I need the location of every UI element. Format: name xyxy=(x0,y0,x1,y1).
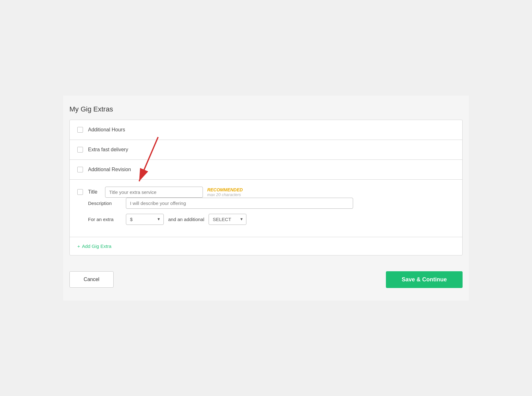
save-continue-button[interactable]: Save & Continue xyxy=(386,271,463,288)
additional-hours-label: Additional Hours xyxy=(88,127,125,133)
additional-dropdown-wrapper: SELECT 1 day 2 days 3 days ▼ xyxy=(209,214,246,225)
page-container: My Gig Extras Additional Hours Extra fas… xyxy=(63,96,469,301)
extras-container: Additional Hours Extra fast delivery Add… xyxy=(69,120,463,255)
footer-buttons: Cancel Save & Continue xyxy=(69,271,463,288)
description-input[interactable] xyxy=(126,198,353,209)
and-additional-label: and an additional xyxy=(168,217,204,222)
max-chars-label: max 20 characters xyxy=(207,192,243,197)
title-input[interactable] xyxy=(105,187,203,198)
extra-row-extra-fast-delivery: Extra fast delivery xyxy=(70,140,462,160)
description-row: Description xyxy=(88,198,455,209)
recommended-label: RECOMMENDED xyxy=(207,187,243,192)
extra-row-custom: Title RECOMMENDED max 20 characters Desc… xyxy=(70,180,462,237)
additional-revision-checkbox[interactable] xyxy=(77,167,83,172)
add-extra-label: Add Gig Extra xyxy=(82,243,111,249)
cancel-button[interactable]: Cancel xyxy=(69,271,114,288)
currency-select[interactable]: $ € xyxy=(126,214,164,225)
expanded-top-row: Title RECOMMENDED max 20 characters xyxy=(77,187,455,198)
currency-dropdown-wrapper: $ € ▼ xyxy=(126,214,164,225)
extra-fast-delivery-label: Extra fast delivery xyxy=(88,147,128,153)
add-extra-row: + Add Gig Extra xyxy=(70,237,462,255)
additional-hours-checkbox[interactable] xyxy=(77,127,83,133)
expanded-fields: Description For an extra $ € ▼ and an ad… xyxy=(77,198,455,230)
custom-extra-checkbox[interactable] xyxy=(77,189,83,195)
recommended-block: RECOMMENDED max 20 characters xyxy=(207,187,243,197)
custom-extra-title-label: Title xyxy=(88,189,98,195)
extra-fast-delivery-checkbox[interactable] xyxy=(77,147,83,153)
for-an-extra-label: For an extra xyxy=(88,217,126,222)
page-title: My Gig Extras xyxy=(69,105,463,113)
additional-select[interactable]: SELECT 1 day 2 days 3 days xyxy=(209,214,246,225)
extra-row-additional-revision: Additional Revision xyxy=(70,160,462,180)
description-label: Description xyxy=(88,201,126,206)
additional-revision-label: Additional Revision xyxy=(88,167,131,172)
add-icon: + xyxy=(77,243,80,249)
add-gig-extra-button[interactable]: + Add Gig Extra xyxy=(77,243,111,249)
price-row: For an extra $ € ▼ and an additional SEL… xyxy=(88,214,455,225)
extra-row-additional-hours: Additional Hours xyxy=(70,120,462,140)
